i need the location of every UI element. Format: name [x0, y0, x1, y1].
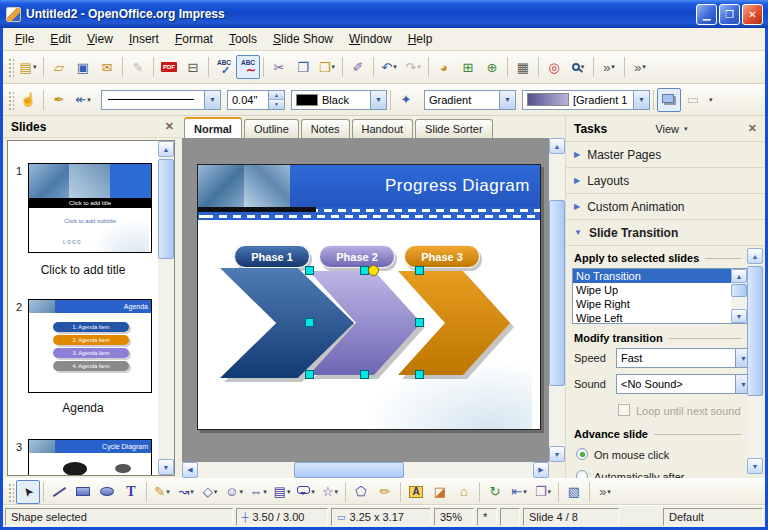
scroll-up-icon[interactable]: ▲	[731, 269, 747, 283]
presentation-toolbar-overflow-button[interactable]: »▾	[628, 55, 652, 79]
draw-toolbar-overflow-button[interactable]: »▾	[593, 480, 617, 504]
alignment-button[interactable]: ⇤▾	[507, 480, 531, 504]
new-presentation-button-dropdown-icon[interactable]: ▾	[33, 63, 37, 71]
chevron-down-icon[interactable]: ▼	[204, 91, 220, 109]
toolbar-options-dropdown-icon[interactable]: ▾	[709, 96, 713, 104]
toolbar-overflow-button-dropdown-icon[interactable]: ▾	[611, 63, 615, 71]
slide-thumbnail-1[interactable]: Click to add title Click to add subtitle…	[28, 163, 152, 253]
connector-tool-dropdown-icon[interactable]: ▾	[190, 488, 194, 496]
redo-button-dropdown-icon[interactable]: ▾	[417, 63, 421, 71]
rectangle-tool[interactable]	[71, 480, 95, 504]
selection-handle[interactable]	[305, 370, 314, 379]
spellcheck-button[interactable]: ABC	[212, 55, 236, 79]
menu-item-edit[interactable]: Edit	[42, 29, 79, 49]
format-paintbrush-button[interactable]: ✐	[346, 55, 370, 79]
phase-2-shape[interactable]: Phase 2	[319, 245, 395, 268]
slide-thumbnail-2[interactable]: Agenda 1. Agenda Item2. Agenda Item3. Ag…	[28, 299, 152, 393]
scrollbar-thumb[interactable]	[549, 200, 565, 386]
text-tool[interactable]: T	[119, 480, 143, 504]
glue-points-button[interactable]: ✏	[373, 480, 397, 504]
scroll-down-icon[interactable]: ▼	[158, 459, 174, 475]
line-width-spin-buttons[interactable]: ▲▼	[268, 91, 284, 109]
tasks-scrollbar[interactable]: ▲ ▼	[747, 248, 763, 474]
menu-item-file[interactable]: File	[7, 29, 42, 49]
cut-button[interactable]: ✂	[267, 55, 291, 79]
tab-slide-sorter[interactable]: Slide Sorter	[415, 119, 492, 138]
select-tool[interactable]: ➤	[16, 480, 40, 504]
flowchart-tool[interactable]: ▤▾	[270, 480, 294, 504]
toolbar-grip[interactable]	[7, 57, 14, 77]
from-file-button[interactable]: ◪	[428, 480, 452, 504]
table-button[interactable]: ⊞	[456, 55, 480, 79]
scroll-left-icon[interactable]: ◀	[182, 462, 198, 478]
view-menu-button[interactable]: View ▾	[655, 123, 687, 135]
slide-thumbnail-3[interactable]: Cycle Diagram	[28, 439, 152, 476]
symbol-shapes-tool[interactable]: ☺▾	[222, 480, 246, 504]
tab-notes[interactable]: Notes	[301, 119, 350, 138]
gradient-select[interactable]: [Gradient 1 ▼	[522, 90, 650, 110]
section-custom-animation[interactable]: ▶ Custom Animation	[566, 194, 765, 220]
new-presentation-button[interactable]: ▤▾	[16, 55, 40, 79]
connector-tool[interactable]: ↝▾	[174, 480, 198, 504]
menu-item-slide-show[interactable]: Slide Show	[265, 29, 341, 49]
line-dialog-button[interactable]: ✒	[47, 88, 71, 112]
section-label[interactable]: Master Pages	[587, 148, 661, 162]
page-style[interactable]: Default	[663, 508, 763, 526]
ellipse-tool[interactable]	[95, 480, 119, 504]
section-label[interactable]: Layouts	[587, 174, 629, 188]
callouts-tool-dropdown-icon[interactable]: ▾	[311, 488, 315, 496]
selection-handle[interactable]	[305, 318, 314, 327]
menu-item-tools[interactable]: Tools	[221, 29, 265, 49]
arrow-style-button[interactable]: ↞▾	[71, 88, 95, 112]
selection-handle[interactable]	[415, 370, 424, 379]
sound-select[interactable]: <No Sound> ▼	[616, 374, 752, 394]
export-pdf-button[interactable]: PDF	[157, 55, 181, 79]
chevron-down-icon[interactable]: ▾	[684, 125, 688, 133]
maximize-button[interactable]: ❐	[719, 4, 740, 25]
selection-handle[interactable]	[415, 318, 424, 327]
sound-value[interactable]: <No Sound>	[617, 378, 687, 390]
hyperlink-button[interactable]: ⊕	[480, 55, 504, 79]
block-arrows-tool-dropdown-icon[interactable]: ▾	[263, 488, 267, 496]
copy-button[interactable]: ❐	[291, 55, 315, 79]
selection-handle[interactable]	[360, 370, 369, 379]
section-slide-transition[interactable]: ▼ Slide Transition	[566, 220, 765, 246]
menu-item-insert[interactable]: Insert	[121, 29, 167, 49]
section-label[interactable]: Slide Transition	[589, 226, 678, 240]
rotate-button[interactable]: ↻	[483, 480, 507, 504]
spin-down-icon[interactable]: ▼	[269, 100, 284, 109]
curve-tool-dropdown-icon[interactable]: ▾	[166, 488, 170, 496]
line-tool[interactable]	[47, 480, 71, 504]
view-label[interactable]: View	[655, 123, 679, 135]
callouts-tool[interactable]: ▾	[294, 480, 318, 504]
scroll-up-icon[interactable]: ▲	[158, 141, 174, 157]
section-label[interactable]: Custom Animation	[587, 200, 684, 214]
tasks-panel-close-icon[interactable]: ✕	[748, 122, 757, 135]
extrusion-button[interactable]: ▧	[562, 480, 586, 504]
listbox-scrollbar[interactable]: ▲ ▼	[731, 269, 747, 323]
undo-button[interactable]: ↶▾	[377, 55, 401, 79]
scrollbar-thumb[interactable]	[158, 159, 174, 259]
scroll-down-icon[interactable]: ▼	[731, 309, 747, 323]
stars-tool-dropdown-icon[interactable]: ▾	[335, 488, 339, 496]
phase-3-shape[interactable]: Phase 3	[404, 245, 480, 268]
tab-normal[interactable]: Normal	[184, 117, 242, 138]
edit-points-button[interactable]: ⬠	[349, 480, 373, 504]
slide-title[interactable]: Progress Diagram	[385, 176, 540, 196]
trans-item-wipe-left[interactable]: Wipe Left	[573, 311, 731, 323]
scroll-up-icon[interactable]: ▲	[747, 248, 763, 264]
adjust-handle[interactable]	[368, 265, 379, 276]
arrow-style-dropdown-icon[interactable]: ▾	[87, 96, 91, 104]
paste-button[interactable]: ❒▾	[315, 55, 339, 79]
on-mouse-click-radio[interactable]	[576, 448, 588, 460]
canvas-vertical-scrollbar[interactable]: ▲ ▼	[549, 138, 565, 462]
toolbar-grip[interactable]	[7, 90, 14, 110]
block-arrows-tool[interactable]: ⇔▾	[246, 480, 270, 504]
alignment-button-dropdown-icon[interactable]: ▾	[523, 488, 527, 496]
basic-shapes-tool[interactable]: ◇▾	[198, 480, 222, 504]
flowchart-tool-dropdown-icon[interactable]: ▾	[287, 488, 291, 496]
basic-shapes-tool-dropdown-icon[interactable]: ▾	[214, 488, 218, 496]
scrollbar-thumb[interactable]	[294, 462, 404, 478]
gallery-button[interactable]: ⌂	[452, 480, 476, 504]
scrollbar-thumb[interactable]	[747, 266, 763, 396]
